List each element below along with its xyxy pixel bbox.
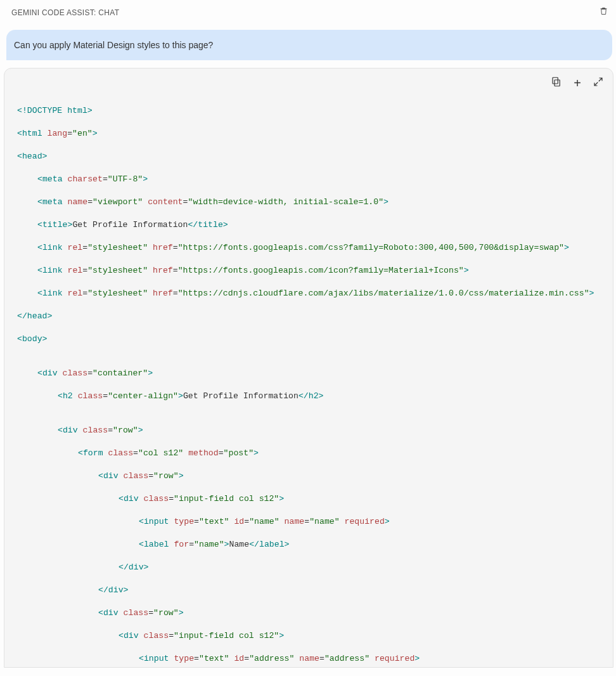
add-icon[interactable]: + xyxy=(574,77,581,89)
code-block[interactable]: <!DOCTYPE html> <html lang="en"> <head> … xyxy=(4,68,613,667)
panel-header: GEMINI CODE ASSIST: CHAT xyxy=(0,0,616,22)
code-response-card: + <!DOCTYPE html> <html lang="en"> <head… xyxy=(4,68,613,668)
user-message-text: Can you apply Material Design styles to … xyxy=(14,40,213,50)
code-action-bar: + xyxy=(551,76,604,90)
trash-icon[interactable] xyxy=(599,6,608,18)
copy-icon[interactable] xyxy=(551,76,562,90)
panel-title: GEMINI CODE ASSIST: CHAT xyxy=(11,8,119,17)
user-message-bubble: Can you apply Material Design styles to … xyxy=(6,30,612,60)
expand-icon[interactable] xyxy=(593,76,604,90)
svg-rect-1 xyxy=(553,77,558,84)
svg-rect-0 xyxy=(555,80,560,86)
